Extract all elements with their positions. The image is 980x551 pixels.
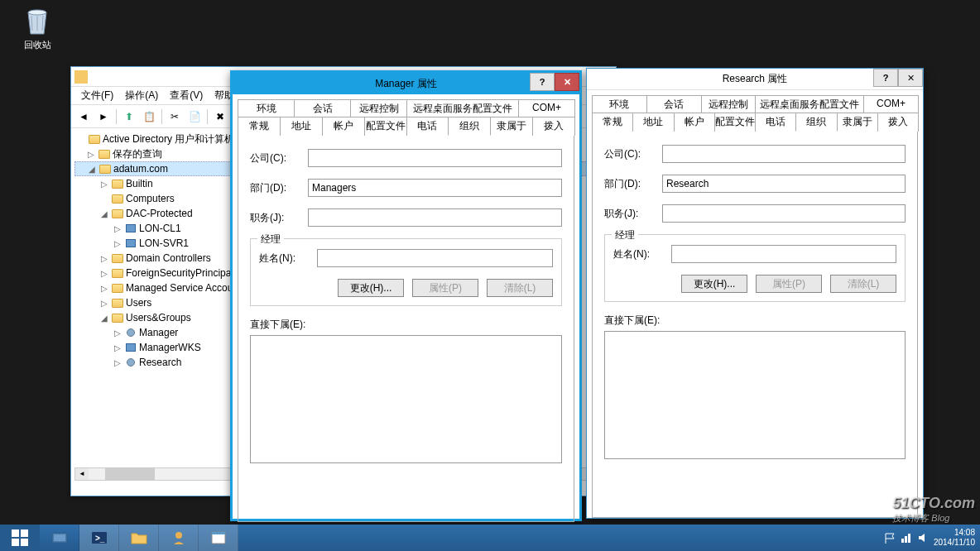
job-label: 职务(J): <box>604 207 662 221</box>
tab-address[interactable]: 地址 <box>632 113 674 132</box>
company-input[interactable] <box>308 149 562 167</box>
up-button[interactable]: ⬆ <box>120 108 138 126</box>
tray-clock[interactable]: 14:08 2014/11/10 <box>934 528 975 548</box>
tab-env[interactable]: 环境 <box>592 95 647 113</box>
tab-remote-ctrl[interactable]: 远程控制 <box>701 95 757 113</box>
menu-view[interactable]: 查看(V) <box>165 87 208 104</box>
tab-phone[interactable]: 电话 <box>406 117 449 136</box>
research-dialog-title[interactable]: Research 属性 ? ✕ <box>587 69 923 90</box>
svg-rect-11 <box>212 532 225 534</box>
properties-button[interactable]: 📄 <box>185 108 204 126</box>
company-label: 公司(C): <box>250 151 308 165</box>
svg-point-0 <box>28 10 46 15</box>
dept-input[interactable] <box>662 175 906 193</box>
reports-label: 直接下属(E): <box>604 314 906 328</box>
taskbar-server-manager[interactable] <box>40 525 79 551</box>
svg-rect-4 <box>21 539 28 546</box>
menu-action[interactable]: 操作(A) <box>120 87 163 104</box>
tab-memberof[interactable]: 隶属于 <box>837 113 878 132</box>
delete-button[interactable]: ✖ <box>211 108 229 126</box>
system-tray: 14:08 2014/11/10 <box>884 525 980 551</box>
tab-session[interactable]: 会话 <box>294 99 351 117</box>
name-label: 姓名(N): <box>613 247 671 261</box>
svg-text:>_: >_ <box>95 534 105 543</box>
reports-label: 直接下属(E): <box>250 318 562 332</box>
svg-rect-14 <box>908 534 910 543</box>
tab-rds-profile[interactable]: 远程桌面服务配置文件 <box>755 95 864 113</box>
direct-reports-list[interactable] <box>250 335 562 463</box>
sound-icon[interactable] <box>917 532 929 544</box>
scroll-left-button[interactable]: ◄ <box>75 468 89 480</box>
tab-profile[interactable]: 配置文件 <box>714 113 756 132</box>
name-label: 姓名(N): <box>259 252 317 266</box>
tab-com[interactable]: COM+ <box>518 99 575 117</box>
org-tab-content: 公司(C): 部门(D): 职务(J): 经理 姓名(N): 更改(H)... <box>238 135 574 522</box>
flag-icon[interactable] <box>884 532 896 544</box>
folder-icon <box>130 530 148 545</box>
taskbar-explorer[interactable] <box>119 525 159 551</box>
manager-dialog-title[interactable]: Manager 属性 ? ✕ <box>233 73 579 94</box>
close-button[interactable]: ✕ <box>555 73 579 91</box>
svg-rect-6 <box>54 534 65 541</box>
svg-rect-13 <box>905 536 907 543</box>
manager-legend: 经理 <box>257 232 284 247</box>
change-button[interactable]: 更改(H)... <box>338 279 404 297</box>
scroll-thumb[interactable] <box>105 468 155 480</box>
manager-legend: 经理 <box>612 228 638 242</box>
tab-dialin[interactable]: 拨入 <box>877 113 919 132</box>
start-button[interactable] <box>0 525 40 551</box>
taskbar-dialog[interactable] <box>199 525 238 551</box>
cut-button[interactable]: ✂ <box>166 108 184 126</box>
clear-button[interactable]: 清除(L) <box>830 275 896 293</box>
taskbar-powershell[interactable]: >_ <box>79 525 119 551</box>
org-tab-content: 公司(C): 部门(D): 职务(J): 经理 姓名(N): 更改(H)... <box>592 131 918 518</box>
tab-profile[interactable]: 配置文件 <box>364 117 407 136</box>
clear-button[interactable]: 清除(L) <box>487 279 553 297</box>
direct-reports-list[interactable] <box>604 331 906 459</box>
tab-com[interactable]: COM+ <box>863 95 919 113</box>
svg-rect-3 <box>12 539 19 546</box>
recycle-bin[interactable]: 回收站 <box>17 4 58 51</box>
svg-rect-1 <box>12 529 19 537</box>
company-input[interactable] <box>662 145 906 163</box>
tab-env[interactable]: 环境 <box>238 99 295 117</box>
research-properties-dialog: Research 属性 ? ✕ 环境 会话 远程控制 远程桌面服务配置文件 CO… <box>586 68 924 519</box>
change-button[interactable]: 更改(H)... <box>681 275 747 293</box>
tab-dialin[interactable]: 拨入 <box>532 117 575 136</box>
job-input[interactable] <box>662 204 906 223</box>
name-input[interactable] <box>671 245 896 263</box>
help-button[interactable]: ? <box>530 73 555 91</box>
recycle-bin-label: 回收站 <box>17 39 58 51</box>
nav-fwd-button[interactable]: ► <box>94 108 113 126</box>
tab-general[interactable]: 常规 <box>592 113 633 132</box>
tab-general[interactable]: 常规 <box>238 117 281 136</box>
taskbar-aduc[interactable] <box>159 525 199 551</box>
menu-file[interactable]: 文件(F) <box>76 87 118 104</box>
ad-window-icon <box>74 70 88 84</box>
nav-back-button[interactable]: ◄ <box>74 108 93 126</box>
help-button[interactable]: ? <box>873 69 898 87</box>
tab-account[interactable]: 帐户 <box>322 117 365 136</box>
tab-org[interactable]: 组织 <box>795 113 837 132</box>
job-input[interactable] <box>308 208 562 227</box>
properties-button[interactable]: 属性(P) <box>412 279 478 297</box>
taskbar: >_ 14:08 2014/11/10 <box>0 525 980 551</box>
network-icon[interactable] <box>901 532 912 544</box>
name-input[interactable] <box>317 249 553 267</box>
windows-logo-icon <box>12 529 28 546</box>
tab-address[interactable]: 地址 <box>280 117 323 136</box>
manager-fieldset: 经理 姓名(N): 更改(H)... 属性(P) 清除(L) <box>250 238 562 306</box>
tab-phone[interactable]: 电话 <box>755 113 796 132</box>
close-button[interactable]: ✕ <box>898 69 923 87</box>
tab-session[interactable]: 会话 <box>646 95 702 113</box>
properties-button[interactable]: 属性(P) <box>756 275 822 293</box>
show-hide-button[interactable]: 📋 <box>140 108 158 126</box>
dept-input[interactable] <box>308 179 562 197</box>
tab-memberof[interactable]: 隶属于 <box>490 117 533 136</box>
svg-point-9 <box>175 532 182 539</box>
dept-label: 部门(D): <box>604 177 662 191</box>
tab-org[interactable]: 组织 <box>448 117 491 136</box>
tab-account[interactable]: 帐户 <box>674 113 715 132</box>
tab-remote-ctrl[interactable]: 远程控制 <box>350 99 407 117</box>
tab-rds-profile[interactable]: 远程桌面服务配置文件 <box>406 99 519 117</box>
